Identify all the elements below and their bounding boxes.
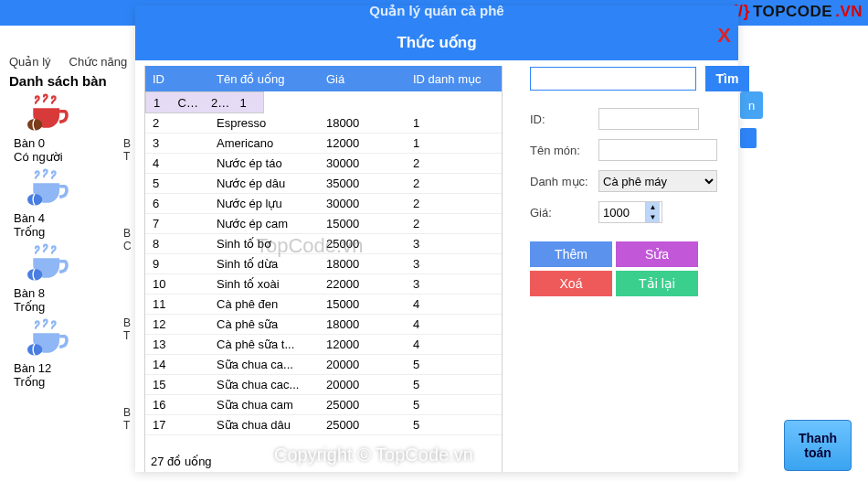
modal-titlebar: Quản lý quán cà phê bbox=[135, 5, 738, 31]
cell-cat: 4 bbox=[406, 337, 502, 351]
table-name: Bàn 12 bbox=[14, 361, 137, 375]
spin-up-icon[interactable]: ▲ bbox=[645, 202, 660, 212]
menu-manage[interactable]: Quản lý bbox=[0, 53, 60, 70]
cell-price: 25000 bbox=[204, 96, 233, 110]
svg-point-3 bbox=[27, 344, 42, 356]
table-row[interactable]: 9Sinh tố dừa180003 bbox=[145, 254, 502, 274]
table-row[interactable]: 8Sinh tố bơ250003 bbox=[145, 234, 502, 254]
price-spinner[interactable]: ▲ ▼ bbox=[598, 201, 662, 223]
cell-id: 3 bbox=[145, 136, 209, 150]
cell-cat: 5 bbox=[406, 398, 502, 412]
col-name[interactable]: Tên đồ uống bbox=[209, 72, 319, 86]
category-select[interactable]: Cà phê máy bbox=[598, 170, 717, 192]
cell-price: 12000 bbox=[319, 136, 406, 150]
cell-name: Sinh tố xoài bbox=[209, 277, 319, 291]
table-item[interactable]: Bàn 0Có người bbox=[14, 93, 137, 164]
cell-name: Sữa chua dâu bbox=[209, 418, 319, 432]
cell-id: 14 bbox=[145, 358, 209, 371]
table-name: Bàn 8 bbox=[14, 286, 137, 300]
cell-price: 20000 bbox=[319, 378, 406, 391]
table-row[interactable]: 3Americano120001 bbox=[145, 134, 502, 154]
delete-button[interactable]: Xoá bbox=[530, 271, 612, 296]
table-row[interactable]: 7Nước ép cam150002 bbox=[145, 214, 502, 234]
cup-icon bbox=[23, 243, 73, 284]
table-row[interactable]: 15Sữa chua cac...200005 bbox=[145, 375, 502, 395]
table-name: Bàn 4 bbox=[14, 211, 137, 225]
drinks-grid[interactable]: ID Tên đồ uống Giá ID danh mục 1Cappucci… bbox=[144, 66, 503, 472]
cell-id: 7 bbox=[145, 217, 209, 230]
partial-letter: B bbox=[123, 316, 132, 329]
table-row[interactable]: 11Cà phê đen150004 bbox=[145, 295, 502, 315]
reload-button[interactable]: Tải lại bbox=[616, 271, 698, 296]
edit-button[interactable]: Sửa bbox=[616, 241, 698, 267]
cell-cat: 4 bbox=[406, 297, 502, 311]
cell-cat: 2 bbox=[406, 156, 502, 170]
pay-button[interactable]: Thanh toán bbox=[784, 420, 852, 471]
cell-price: 18000 bbox=[319, 317, 406, 331]
cell-price: 18000 bbox=[319, 257, 406, 271]
table-row[interactable]: 17Sữa chua dâu250005 bbox=[145, 415, 502, 435]
table-row[interactable]: 16Sữa chua cam250005 bbox=[145, 395, 502, 415]
cell-id: 1 bbox=[146, 96, 171, 110]
partial-letter: B bbox=[123, 227, 132, 240]
id-field[interactable] bbox=[598, 108, 699, 130]
table-row[interactable]: 6Nước ép lựu300002 bbox=[145, 194, 502, 214]
table-item[interactable]: Bàn 4Trống bbox=[14, 168, 137, 239]
cell-cat: 2 bbox=[406, 217, 502, 230]
cell-cat: 3 bbox=[406, 257, 502, 271]
cell-price: 15000 bbox=[319, 217, 406, 230]
cell-name: Americano bbox=[209, 136, 319, 150]
price-value[interactable] bbox=[599, 206, 645, 220]
table-item[interactable]: Bàn 8Trống bbox=[14, 243, 137, 314]
cell-cat: 2 bbox=[406, 177, 502, 190]
cat-label: Danh mục: bbox=[530, 175, 598, 188]
cell-name: Sinh tố bơ bbox=[209, 237, 319, 251]
cell-name: Sữa chua cam bbox=[209, 398, 319, 412]
svg-point-1 bbox=[27, 194, 42, 206]
search-input[interactable] bbox=[530, 67, 696, 91]
partial-letter: T bbox=[123, 419, 132, 432]
close-button[interactable]: X bbox=[717, 24, 731, 48]
partial-letter: T bbox=[123, 150, 132, 163]
table-row[interactable]: 12Cà phê sữa180004 bbox=[145, 315, 502, 335]
table-row[interactable]: 5Nước ép dâu350002 bbox=[145, 174, 502, 194]
cell-cat: 1 bbox=[406, 116, 502, 130]
cell-name: Cà phê đen bbox=[209, 297, 319, 311]
cup-icon bbox=[23, 318, 73, 359]
cell-id: 6 bbox=[145, 197, 209, 210]
cell-id: 2 bbox=[145, 116, 209, 130]
grid-header: ID Tên đồ uống Giá ID danh mục bbox=[145, 66, 502, 91]
add-button[interactable]: Thêm bbox=[530, 241, 612, 267]
id-label: ID: bbox=[530, 112, 598, 126]
col-cat[interactable]: ID danh mục bbox=[406, 72, 502, 86]
svg-point-2 bbox=[27, 269, 42, 281]
spin-down-icon[interactable]: ▼ bbox=[645, 212, 660, 222]
col-price[interactable]: Giá bbox=[319, 72, 406, 86]
search-button[interactable]: Tìm bbox=[705, 66, 749, 91]
table-row[interactable]: 14Sữa chua ca...200005 bbox=[145, 355, 502, 375]
cell-price: 25000 bbox=[319, 418, 406, 432]
cell-name: Sữa chua ca... bbox=[209, 358, 319, 371]
table-row[interactable]: 1Cappuccino250001 bbox=[145, 91, 264, 113]
cell-price: 30000 bbox=[319, 197, 406, 210]
cell-id: 9 bbox=[145, 257, 209, 271]
menu-func[interactable]: Chức năng bbox=[60, 53, 137, 70]
table-row[interactable]: 13Cà phê sữa t...120004 bbox=[145, 335, 502, 355]
cell-cat: 3 bbox=[406, 237, 502, 251]
cell-price: 20000 bbox=[319, 358, 406, 371]
table-item[interactable]: Bàn 12Trống bbox=[14, 318, 137, 389]
sidebar-header: Danh sách bàn bbox=[9, 73, 107, 89]
cell-name: Nước ép lựu bbox=[209, 197, 319, 210]
col-id[interactable]: ID bbox=[145, 72, 209, 86]
cell-price: 35000 bbox=[319, 177, 406, 190]
table-row[interactable]: 4Nước ép táo300002 bbox=[145, 154, 502, 174]
table-row[interactable]: 2Espresso180001 bbox=[145, 113, 502, 134]
table-row[interactable]: 10Sinh tố xoài220003 bbox=[145, 274, 502, 295]
cell-name: Cappuccino bbox=[171, 96, 204, 110]
name-field[interactable] bbox=[598, 139, 717, 161]
cell-price: 18000 bbox=[319, 116, 406, 130]
cell-cat: 1 bbox=[406, 136, 502, 150]
table-status: Trống bbox=[14, 375, 137, 389]
cell-id: 5 bbox=[145, 177, 209, 190]
cell-name: Sinh tố dừa bbox=[209, 257, 319, 271]
